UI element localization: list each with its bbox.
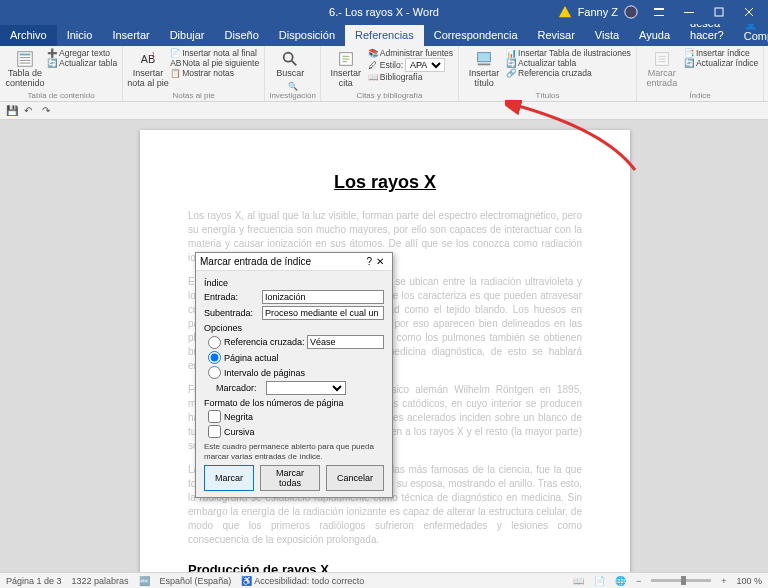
insert-citation-button[interactable]: Insertar cita — [325, 48, 367, 91]
cancel-button[interactable]: Cancelar — [326, 465, 384, 491]
redo-icon[interactable]: ↷ — [42, 105, 54, 117]
group-footnotes: AB1Insertar nota al pie 📄Insertar nota a… — [123, 46, 265, 101]
zoom-level[interactable]: 100 % — [736, 576, 762, 586]
insert-illustrations-label: Insertar Tabla de ilustraciones — [518, 48, 631, 58]
tab-mailings[interactable]: Correspondencia — [424, 25, 528, 46]
tab-help[interactable]: Ayuda — [629, 25, 680, 46]
status-accessibility[interactable]: ♿ Accesibilidad: todo correcto — [241, 576, 364, 586]
insert-index-button[interactable]: 📑Insertar índice — [683, 48, 759, 58]
manage-sources-button[interactable]: 📚Administrar fuentes — [367, 48, 454, 58]
tab-insert[interactable]: Insertar — [102, 25, 159, 46]
toc-button[interactable]: Tabla de contenido — [4, 48, 46, 91]
show-icon: 📋 — [170, 68, 180, 78]
zoom-in[interactable]: + — [721, 576, 726, 586]
add-text-button[interactable]: ➕Agregar texto — [46, 48, 118, 58]
tab-file[interactable]: Archivo — [0, 25, 57, 46]
mark-entry-icon — [653, 50, 671, 68]
show-notes-button[interactable]: 📋Mostrar notas — [169, 68, 260, 78]
insert-citation-label: Insertar cita — [331, 69, 362, 89]
bold-label: Negrita — [224, 412, 253, 422]
subentry-input[interactable] — [262, 306, 384, 320]
view-read-mode[interactable]: 📖 — [573, 576, 584, 586]
view-print-layout[interactable]: 📄 — [594, 576, 605, 586]
zoom-slider[interactable] — [651, 579, 711, 582]
mark-entry-button[interactable]: Marcar entrada — [641, 48, 683, 91]
research-button[interactable]: Buscar — [269, 48, 311, 81]
tab-references[interactable]: Referencias — [345, 25, 424, 46]
marker-select[interactable] — [266, 381, 346, 395]
svg-rect-6 — [20, 54, 31, 56]
tab-home[interactable]: Inicio — [57, 25, 103, 46]
svg-rect-1 — [654, 8, 664, 10]
mark-button[interactable]: Marcar — [204, 465, 254, 491]
group-research: Buscar 🔍 Investigación — [265, 46, 321, 101]
cross-reference-button[interactable]: 🔗Referencia cruzada — [505, 68, 632, 78]
cross-reference-label: Referencia cruzada — [518, 68, 592, 78]
status-page[interactable]: Página 1 de 3 — [6, 576, 62, 586]
mark-all-button[interactable]: Marcar todas — [260, 465, 320, 491]
group-index-label: Índice — [641, 91, 759, 101]
tab-review[interactable]: Revisar — [528, 25, 585, 46]
svg-rect-15 — [478, 64, 491, 66]
insert-endnote-button[interactable]: 📄Insertar nota al final — [169, 48, 260, 58]
next-footnote-button[interactable]: ABNota al pie siguiente — [169, 58, 260, 68]
crossref-label: Referencia cruzada: — [224, 337, 305, 347]
plus-icon: ➕ — [47, 48, 57, 58]
style-selector[interactable]: 🖊Estilo: APA — [367, 58, 454, 72]
user-name: Fanny Z — [578, 6, 618, 18]
minimize-button[interactable] — [674, 0, 704, 24]
ribbon: Tabla de contenido ➕Agregar texto 🔄Actua… — [0, 46, 768, 102]
entry-input[interactable] — [262, 290, 384, 304]
crossref-icon: 🔗 — [506, 68, 516, 78]
status-lang[interactable]: Español (España) — [160, 576, 232, 586]
refresh-icon: 🔄 — [506, 58, 516, 68]
current-page-radio[interactable] — [208, 351, 221, 364]
italic-label: Cursiva — [224, 427, 255, 437]
crossref-input[interactable] — [307, 335, 384, 349]
crossref-radio[interactable] — [208, 336, 221, 349]
bibliography-button[interactable]: 📖Bibliografía — [367, 72, 454, 82]
tab-layout[interactable]: Disposición — [269, 25, 345, 46]
maximize-button[interactable] — [704, 0, 734, 24]
quick-access-toolbar: 💾 ↶ ↷ — [0, 102, 768, 120]
view-web-layout[interactable]: 🌐 — [615, 576, 626, 586]
mark-index-entry-dialog: Marcar entrada de índice ? ✕ Índice Entr… — [195, 252, 393, 498]
user-avatar-icon[interactable] — [624, 5, 638, 19]
update-toc-button[interactable]: 🔄Actualizar tabla — [46, 58, 118, 68]
group-authorities: Marcar cita Tabla de autoridades — [764, 46, 768, 101]
doc-h1: Los rayos X — [188, 170, 582, 195]
italic-checkbox[interactable] — [208, 425, 221, 438]
bibliography-label: Bibliografía — [380, 72, 423, 82]
ribbon-options-button[interactable] — [644, 0, 674, 24]
index-icon: 📑 — [684, 48, 694, 58]
refresh-icon: 🔄 — [47, 58, 57, 68]
save-icon[interactable]: 💾 — [6, 105, 18, 117]
marker-label: Marcador: — [216, 383, 262, 393]
update-captions-button[interactable]: 🔄Actualizar tabla — [505, 58, 632, 68]
update-index-button[interactable]: 🔄Actualizar índice — [683, 58, 759, 68]
page-range-radio[interactable] — [208, 366, 221, 379]
dialog-close-button[interactable]: ✕ — [372, 256, 388, 267]
tab-draw[interactable]: Dibujar — [160, 25, 215, 46]
update-toc-label: Actualizar tabla — [59, 58, 117, 68]
bold-checkbox[interactable] — [208, 410, 221, 423]
insert-index-label: Insertar índice — [696, 48, 750, 58]
svg-rect-3 — [684, 12, 694, 13]
insert-footnote-button[interactable]: AB1Insertar nota al pie — [127, 48, 169, 91]
close-button[interactable] — [734, 0, 764, 24]
status-words[interactable]: 1322 palabras — [72, 576, 129, 586]
svg-rect-4 — [715, 8, 723, 16]
undo-icon[interactable]: ↶ — [24, 105, 36, 117]
insert-illustrations-button[interactable]: 📊Insertar Tabla de ilustraciones — [505, 48, 632, 58]
tab-design[interactable]: Diseño — [215, 25, 269, 46]
zoom-out[interactable]: − — [636, 576, 641, 586]
svg-rect-7 — [20, 57, 31, 58]
research-label: Buscar — [276, 69, 304, 79]
statusbar: Página 1 de 3 1322 palabras 🔤 Español (E… — [0, 572, 768, 588]
tab-view[interactable]: Vista — [585, 25, 629, 46]
insert-caption-button[interactable]: Insertar título — [463, 48, 505, 91]
style-select[interactable]: APA — [405, 58, 445, 72]
group-footnotes-label: Notas al pie — [127, 91, 260, 101]
toc-label: Tabla de contenido — [5, 69, 44, 89]
spell-check-icon[interactable]: 🔤 — [139, 576, 150, 586]
